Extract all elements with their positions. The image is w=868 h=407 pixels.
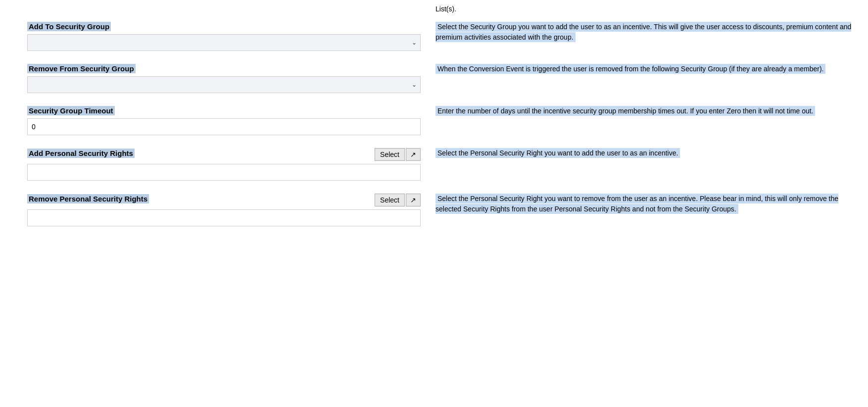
remove-from-security-group-label: Remove From Security Group (27, 64, 136, 73)
add-personal-security-rights-btn-group: Select ↗ (375, 148, 421, 161)
security-group-timeout-input[interactable] (27, 118, 421, 135)
divider-1 (0, 55, 431, 60)
remove-personal-security-rights-left: Remove Personal Security Rights Select ↗ (0, 190, 431, 230)
add-personal-security-rights-description: Select the Personal Security Right you w… (431, 144, 868, 185)
divider-2 (0, 97, 431, 102)
remove-personal-security-rights-section: Remove Personal Security Rights Select ↗… (0, 190, 868, 230)
remove-personal-security-rights-header: Remove Personal Security Rights Select ↗ (27, 194, 421, 206)
form-layout: Add To Security Group ⌄ Select the Secur… (0, 18, 868, 230)
add-to-security-group-select-wrapper: ⌄ (27, 34, 421, 51)
remove-from-security-group-left: Remove From Security Group ⌄ (0, 60, 431, 97)
top-list-label: List(s). (435, 5, 456, 13)
security-group-timeout-section: Security Group Timeout Enter the number … (0, 102, 868, 139)
add-personal-security-rights-desc-text: Select the Personal Security Right you w… (435, 148, 680, 158)
security-group-timeout-left: Security Group Timeout (0, 102, 431, 139)
add-to-security-group-description: Select the Security Group you want to ad… (431, 18, 868, 55)
remove-personal-security-rights-input[interactable] (27, 209, 421, 226)
add-to-security-group-dropdown[interactable] (27, 34, 421, 51)
external-link-icon: ↗ (410, 151, 416, 158)
add-to-security-group-section: Add To Security Group ⌄ Select the Secur… (0, 18, 868, 55)
add-personal-security-rights-label: Add Personal Security Rights (27, 149, 135, 158)
security-group-timeout-description: Enter the number of days until the incen… (431, 102, 868, 139)
remove-personal-security-rights-desc-text: Select the Personal Security Right you w… (435, 194, 838, 214)
add-personal-security-rights-header: Add Personal Security Rights Select ↗ (27, 148, 421, 161)
add-personal-security-rights-left: Add Personal Security Rights Select ↗ (0, 144, 431, 185)
add-to-security-group-desc-text: Select the Security Group you want to ad… (435, 22, 851, 42)
external-link-icon-2: ↗ (410, 196, 416, 204)
security-group-timeout-desc-text: Enter the number of days until the incen… (435, 106, 815, 116)
divider-4 (0, 185, 431, 190)
remove-from-security-group-dropdown[interactable] (27, 76, 421, 93)
add-personal-security-rights-input[interactable] (27, 164, 421, 181)
security-group-timeout-label: Security Group Timeout (27, 106, 115, 115)
remove-from-security-group-description: When the Conversion Event is triggered t… (431, 60, 868, 97)
remove-personal-security-rights-select-button[interactable]: Select (375, 194, 405, 206)
page-container: List(s). Add To Security Group ⌄ Select … (0, 0, 868, 407)
divider-3 (0, 139, 431, 144)
add-personal-security-rights-arrow-button[interactable]: ↗ (406, 148, 421, 161)
add-personal-security-rights-select-button[interactable]: Select (375, 148, 405, 161)
remove-from-security-group-section: Remove From Security Group ⌄ When the Co… (0, 60, 868, 97)
remove-personal-security-rights-label: Remove Personal Security Rights (27, 194, 149, 204)
remove-from-security-group-select-wrapper: ⌄ (27, 76, 421, 93)
top-list-text: List(s). (0, 5, 868, 18)
remove-personal-security-rights-description: Select the Personal Security Right you w… (431, 190, 868, 230)
add-to-security-group-left: Add To Security Group ⌄ (0, 18, 431, 55)
remove-personal-security-rights-arrow-button[interactable]: ↗ (406, 194, 421, 206)
remove-personal-security-rights-btn-group: Select ↗ (375, 194, 421, 206)
add-to-security-group-label: Add To Security Group (27, 22, 111, 31)
add-personal-security-rights-section: Add Personal Security Rights Select ↗ Se… (0, 144, 868, 185)
remove-from-security-group-desc-text: When the Conversion Event is triggered t… (435, 64, 825, 74)
